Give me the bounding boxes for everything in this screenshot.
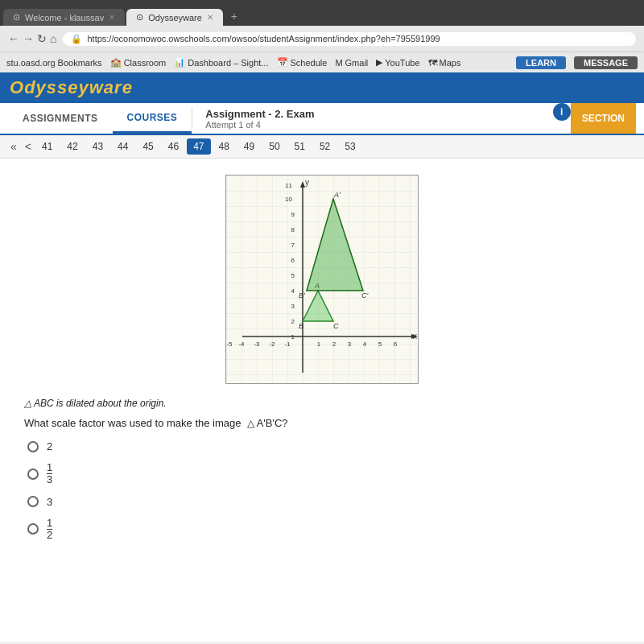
nav-first-arrow[interactable]: « [6, 138, 21, 155]
svg-text:6: 6 [291, 257, 295, 264]
bookmark-maps-icon: 🗺 [428, 58, 437, 68]
tab-label-2: Odysseyware [148, 13, 202, 23]
tab-close-welcome[interactable]: ✕ [109, 13, 115, 22]
coordinate-graph: x y 1 2 3 4 5 6 7 8 9 10 11 1 2 3 4 5 6 … [226, 175, 419, 385]
bookmark-gmail[interactable]: M Gmail [335, 58, 368, 68]
svg-text:1: 1 [317, 341, 321, 348]
svg-text:-3: -3 [254, 341, 260, 348]
svg-text:3: 3 [291, 303, 295, 310]
answer-option-4: 1 2 [27, 518, 620, 542]
bookmark-gmail-icon: M [335, 58, 342, 68]
bookmark-classroom-label: Classroom [124, 58, 167, 68]
q-num-47[interactable]: 47 [187, 138, 210, 155]
logo-o: O [10, 77, 24, 97]
tab-welcome[interactable]: ⊙ Welcome - klaussav ✕ [3, 9, 125, 26]
bookmark-youtube-label: YouTube [385, 58, 419, 68]
tab-bar: ⊙ Welcome - klaussav ✕ ⊙ Odysseyware ✕ + [0, 0, 644, 26]
svg-text:B': B' [299, 291, 305, 299]
svg-text:x: x [413, 332, 417, 341]
svg-text:B: B [299, 322, 303, 330]
bookmark-gmail-label: Gmail [345, 58, 369, 68]
bookmark-dashboard[interactable]: 📊 Dashboard – Sight... [174, 57, 268, 68]
bookmark-oasd[interactable]: stu.oasd.org Bookmarks [6, 58, 102, 68]
svg-text:C: C [333, 322, 339, 330]
bookmark-icon: 🏫 [110, 57, 122, 68]
bookmark-youtube-icon: ▶ [376, 57, 382, 68]
svg-text:-5: -5 [226, 341, 233, 348]
option-2-numerator: 1 [47, 462, 52, 473]
svg-text:6: 6 [394, 341, 398, 348]
nav-courses[interactable]: COURSES [113, 103, 192, 134]
bookmark-schedule-icon: 📅 [277, 57, 288, 68]
q-num-50[interactable]: 50 [262, 138, 286, 155]
question-sub-text: What scale factor was used to make the i… [24, 417, 288, 429]
radio-button-3[interactable] [27, 496, 39, 507]
svg-text:-1: -1 [284, 341, 291, 348]
bookmarks-bar: stu.oasd.org Bookmarks 🏫 Classroom 📊 Das… [0, 52, 644, 72]
tab-label: Welcome - klaussav [25, 13, 104, 23]
option-1-value: 2 [47, 440, 52, 452]
bookmark-maps[interactable]: 🗺 Maps [428, 58, 461, 68]
nav-prev-arrow[interactable]: < [21, 138, 35, 155]
message-button[interactable]: MESSAGE [574, 56, 638, 69]
bookmark-maps-label: Maps [440, 58, 461, 68]
bookmark-youtube[interactable]: ▶ YouTube [376, 57, 419, 68]
bookmark-classroom[interactable]: 🏫 Classroom [110, 57, 167, 68]
q-num-42[interactable]: 42 [60, 138, 84, 155]
browser-nav-icons: ← → ↻ ⌂ [8, 32, 56, 45]
q-num-53[interactable]: 53 [338, 138, 361, 155]
svg-text:4: 4 [291, 287, 295, 295]
svg-text:11: 11 [285, 182, 292, 189]
tab-odysseyware[interactable]: ⊙ Odysseyware ✕ [126, 9, 223, 26]
forward-icon[interactable]: → [23, 32, 34, 45]
svg-text:C': C' [361, 291, 368, 299]
nav-bar: ASSIGNMENTS COURSES Assignment - 2. Exam… [0, 103, 644, 135]
svg-text:-2: -2 [269, 341, 275, 348]
tab-favicon: ⊙ [13, 12, 20, 23]
svg-text:3: 3 [348, 341, 352, 348]
option-4-numerator: 1 [47, 518, 52, 529]
tab-close-odysseyware[interactable]: ✕ [207, 13, 213, 22]
bookmark-schedule[interactable]: 📅 Schedule [277, 57, 328, 68]
svg-text:9: 9 [291, 211, 295, 218]
learn-button[interactable]: LEARN [516, 56, 566, 69]
browser-chrome: ⊙ Welcome - klaussav ✕ ⊙ Odysseyware ✕ +… [0, 0, 644, 72]
logo-ware: ware [89, 77, 133, 97]
question-numbers: 41 42 43 44 45 46 47 48 49 50 51 52 53 [35, 138, 362, 155]
q-num-43[interactable]: 43 [86, 138, 109, 155]
q-num-48[interactable]: 48 [213, 138, 236, 155]
add-tab-button[interactable]: + [225, 6, 244, 26]
q-num-45[interactable]: 45 [136, 138, 159, 155]
app-logo: Odysseyware [10, 77, 133, 98]
nav-assignments[interactable]: ASSIGNMENTS [8, 103, 113, 134]
svg-text:1: 1 [291, 333, 295, 341]
reload-icon[interactable]: ↻ [37, 32, 47, 45]
svg-text:-4: -4 [238, 341, 245, 348]
q-num-49[interactable]: 49 [237, 138, 261, 155]
svg-text:8: 8 [291, 226, 295, 233]
radio-button-1[interactable] [27, 441, 39, 452]
back-icon[interactable]: ← [8, 32, 19, 45]
svg-text:A': A' [333, 191, 341, 199]
app-header: Odysseyware [0, 72, 644, 103]
radio-button-2[interactable] [27, 469, 39, 480]
option-4-denominator: 2 [47, 530, 52, 541]
url-input[interactable]: 🔒 https://oconomowoc.owschools.com/owsoo… [63, 32, 636, 46]
q-num-52[interactable]: 52 [313, 138, 336, 155]
q-num-44[interactable]: 44 [111, 138, 134, 155]
q-num-46[interactable]: 46 [162, 138, 185, 155]
svg-text:10: 10 [285, 196, 292, 203]
answer-option-3: 3 [27, 496, 620, 508]
url-text: https://oconomowoc.owschools.com/owsoo/s… [87, 34, 440, 43]
option-3-value: 3 [47, 496, 52, 508]
section-button[interactable]: SECTION [571, 103, 636, 134]
svg-text:5: 5 [378, 341, 382, 348]
radio-button-4[interactable] [27, 523, 39, 535]
option-4-fraction: 1 2 [47, 518, 52, 542]
assignment-info: Assignment - 2. Exam Attempt 1 of 4 [192, 103, 327, 134]
home-icon[interactable]: ⌂ [50, 32, 56, 45]
q-num-41[interactable]: 41 [35, 138, 59, 155]
info-button[interactable]: i [553, 103, 571, 121]
q-num-51[interactable]: 51 [288, 138, 312, 155]
tab-favicon-2: ⊙ [136, 12, 143, 23]
